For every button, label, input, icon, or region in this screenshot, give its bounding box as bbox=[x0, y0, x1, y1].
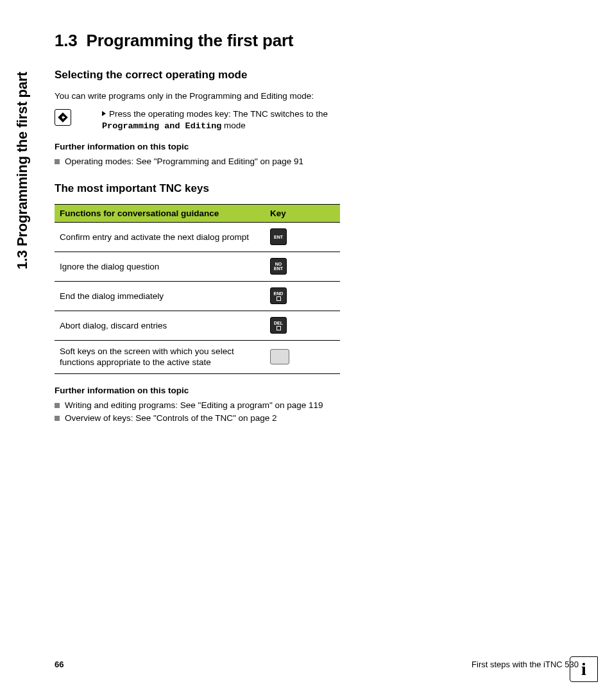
list-item: Writing and editing programs: See "Editi… bbox=[55, 399, 574, 412]
info-icon-box: i bbox=[570, 656, 598, 682]
step-text-post: mode bbox=[221, 121, 246, 130]
key-del: DEL bbox=[270, 317, 287, 334]
cell-key: NOENT bbox=[265, 253, 340, 280]
operating-modes-key-icon bbox=[55, 109, 71, 126]
key-end: END bbox=[270, 287, 287, 304]
key-ent: ENT bbox=[270, 228, 287, 245]
chapter-title: Programming the first part bbox=[87, 31, 294, 50]
side-running-title-text: 1.3 Programming the first part bbox=[14, 26, 31, 269]
diamond-arrow-icon bbox=[58, 112, 68, 123]
key-label: DEL bbox=[274, 321, 283, 325]
key-softkey bbox=[270, 349, 289, 364]
cell-function: Soft keys on the screen with which you s… bbox=[55, 341, 265, 373]
table-row: Abort dialog, discard entries DEL bbox=[55, 311, 340, 341]
th-key: Key bbox=[265, 205, 340, 222]
footer-chapter-title: First steps with the iTNC 530 bbox=[472, 660, 579, 669]
further-info-list-2: Writing and editing programs: See "Editi… bbox=[55, 399, 574, 425]
cell-key bbox=[265, 344, 340, 370]
table-row: Confirm entry and activate the next dial… bbox=[55, 223, 340, 252]
step-text-pre: Press the operating modes key: The TNC s… bbox=[109, 109, 328, 119]
further-info-heading-2: Further information on this topic bbox=[55, 386, 574, 395]
step-row: Press the operating modes key: The TNC s… bbox=[55, 108, 574, 132]
table-row: End the dialog immediately END bbox=[55, 282, 340, 311]
th-functions: Functions for conversational guidance bbox=[55, 205, 265, 222]
further-info-heading-1: Further information on this topic bbox=[55, 142, 574, 151]
table-header: Functions for conversational guidance Ke… bbox=[55, 204, 340, 223]
cell-function: Abort dialog, discard entries bbox=[55, 315, 265, 337]
table-row: Soft keys on the screen with which you s… bbox=[55, 341, 340, 374]
cell-key: ENT bbox=[265, 223, 340, 250]
tnc-keys-table: Functions for conversational guidance Ke… bbox=[55, 204, 340, 374]
cell-function: End the dialog immediately bbox=[55, 286, 265, 307]
info-icon: i bbox=[581, 660, 586, 678]
further-info-list-1: Operating modes: See "Programming and Ed… bbox=[55, 155, 574, 168]
square-icon bbox=[276, 296, 281, 301]
key-label: ENT bbox=[274, 235, 283, 239]
list-item: Overview of keys: See "Controls of the T… bbox=[55, 412, 574, 425]
key-label: END bbox=[274, 291, 284, 296]
section-heading-tnc-keys: The most important TNC keys bbox=[55, 182, 574, 195]
page-number: 66 bbox=[55, 660, 64, 669]
table-row: Ignore the dialog question NOENT bbox=[55, 252, 340, 282]
intro-paragraph: You can write programs only in the Progr… bbox=[55, 90, 574, 102]
key-no-ent: NOENT bbox=[270, 258, 287, 275]
triangle-bullet-icon bbox=[102, 111, 106, 116]
content-area: 1.3Programming the first part Selecting … bbox=[55, 31, 574, 440]
step-text: Press the operating modes key: The TNC s… bbox=[102, 108, 333, 132]
chapter-number: 1.3 bbox=[55, 31, 78, 50]
cell-key: DEL bbox=[265, 312, 340, 339]
section-heading-operating-mode: Selecting the correct operating mode bbox=[55, 69, 574, 81]
side-running-title: 1.3 Programming the first part bbox=[14, 0, 35, 26]
page: 1.3 Programming the first part 1.3Progra… bbox=[0, 0, 612, 700]
cell-key: END bbox=[265, 282, 340, 309]
cell-function: Confirm entry and activate the next dial… bbox=[55, 226, 265, 248]
chapter-heading: 1.3Programming the first part bbox=[55, 31, 574, 51]
square-icon bbox=[276, 326, 281, 330]
page-footer: 66 First steps with the iTNC 530 bbox=[55, 660, 579, 669]
key-label: NOENT bbox=[274, 262, 283, 271]
step-text-mono: Programming and Editing bbox=[102, 121, 221, 131]
list-item: Operating modes: See "Programming and Ed… bbox=[55, 155, 574, 168]
cell-function: Ignore the dialog question bbox=[55, 256, 265, 278]
